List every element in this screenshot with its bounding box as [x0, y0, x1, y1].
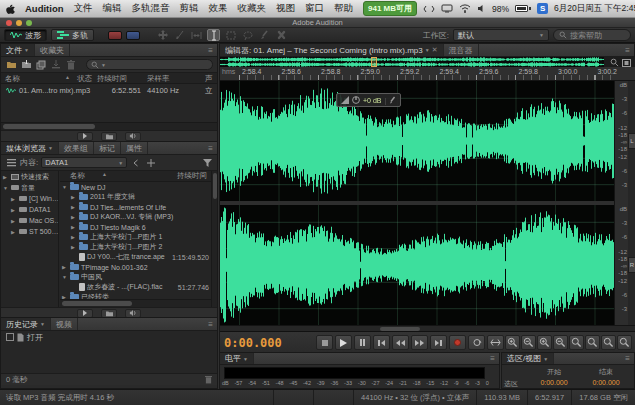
- tree-item[interactable]: ▶Mac OS…: [1, 215, 58, 226]
- stop-button[interactable]: [316, 335, 333, 350]
- marquee-selection-tool-icon[interactable]: [224, 29, 237, 41]
- open-file-icon[interactable]: [5, 59, 17, 70]
- skip-selection-button[interactable]: [487, 335, 504, 350]
- waveform-overview[interactable]: [220, 57, 604, 67]
- menu-item[interactable]: 视图: [276, 2, 295, 15]
- menu-item[interactable]: 剪辑: [180, 2, 199, 15]
- workspace-select[interactable]: 默认▼: [453, 29, 549, 41]
- paintbrush-selection-tool-icon[interactable]: [258, 29, 271, 41]
- zoom-in-amplitude-button[interactable]: [505, 335, 520, 350]
- list-item[interactable]: ▼中国风: [60, 272, 211, 282]
- panel-menu-icon[interactable]: ≡: [621, 44, 634, 56]
- tree-item[interactable]: ▶DATA1: [1, 204, 58, 215]
- view-list-icon[interactable]: [5, 157, 17, 168]
- menu-item[interactable]: 文件: [74, 2, 93, 15]
- loop-playback-button[interactable]: [468, 335, 485, 350]
- tree-item[interactable]: ▼音量: [1, 182, 58, 193]
- volume-icon[interactable]: [477, 4, 486, 13]
- menubar-app-name[interactable]: Audition: [25, 3, 64, 14]
- help-search-input[interactable]: 搜索帮助: [553, 29, 631, 41]
- list-item[interactable]: ▼New DJ: [60, 182, 211, 192]
- add-shortcut-icon[interactable]: [145, 157, 157, 168]
- expand-arrow-icon[interactable]: ▶: [71, 194, 77, 200]
- expand-arrow-icon[interactable]: ▶: [3, 174, 9, 180]
- tab-favorites[interactable]: 收藏夹: [35, 44, 70, 56]
- amplitude-ruler[interactable]: dB-3-6-12-18-∞-18-12-6-3 dB-3-6-12-18-∞-…: [614, 81, 628, 325]
- files-search-input[interactable]: ▼: [86, 59, 213, 70]
- list-item[interactable]: DJ Y00...七混 trance.ape1:15:49.520: [60, 252, 211, 262]
- zoom-to-selection-button[interactable]: [569, 335, 584, 350]
- battery-icon[interactable]: [515, 5, 531, 12]
- tab-markers[interactable]: 标记: [94, 142, 121, 154]
- tab-video[interactable]: 视频: [51, 318, 78, 330]
- tab-properties[interactable]: 属性: [121, 142, 148, 154]
- expand-arrow-icon[interactable]: ▶: [71, 214, 77, 220]
- timeline-ruler[interactable]: hms2:58.42:58.62:58.82:59.02:59.22:59.42…: [220, 67, 635, 81]
- waveform-view-button[interactable]: 波形: [4, 29, 47, 41]
- preview-play-button[interactable]: [77, 132, 93, 141]
- panel-menu-icon[interactable]: ≡: [204, 142, 217, 154]
- list-item[interactable]: ▶DJ Tiesto Magik 6: [60, 222, 211, 232]
- expand-arrow-icon[interactable]: ▶: [11, 218, 17, 224]
- tab-mixer[interactable]: 混音器: [444, 44, 479, 56]
- list-item[interactable]: ▶DJ KAOR...VJ. 专辑 (MP3): [60, 212, 211, 222]
- input-switch-icon[interactable]: [423, 5, 435, 13]
- files-column-headers[interactable]: 名称 ▲ 状态 持续时间 采样率 声道: [1, 73, 217, 84]
- history-item[interactable]: 打开: [1, 331, 217, 343]
- preview-autoplay-button[interactable]: [101, 132, 117, 141]
- preview-loop-button[interactable]: [125, 132, 141, 141]
- expand-arrow-icon[interactable]: ▶: [11, 196, 17, 202]
- time-selection-tool-icon[interactable]: [207, 29, 220, 41]
- menu-item[interactable]: 窗口: [305, 2, 324, 15]
- lasso-selection-tool-icon[interactable]: [241, 29, 254, 41]
- wifi-icon[interactable]: [459, 4, 471, 13]
- tab-files[interactable]: 文件▼: [1, 44, 35, 56]
- zoom-in-time-button[interactable]: [537, 335, 552, 350]
- tab-history[interactable]: 历史记录▼: [1, 318, 51, 330]
- expand-arrow-icon[interactable]: ▶: [11, 207, 17, 213]
- menu-item[interactable]: 多轨混音: [132, 2, 170, 15]
- media-list-headers[interactable]: 名称 ▲ 持续时间: [60, 171, 211, 182]
- move-to-next-button[interactable]: [430, 335, 447, 350]
- new-content-icon[interactable]: [35, 59, 47, 70]
- back-icon[interactable]: [130, 157, 142, 168]
- list-item[interactable]: ▶上海大学校门...P图片 1: [60, 232, 211, 242]
- menubar-clock[interactable]: 6月20日周五 下午2:45:05: [554, 3, 635, 15]
- expand-arrow-icon[interactable]: ▶: [71, 204, 77, 210]
- slip-tool-icon[interactable]: [190, 29, 203, 41]
- fast-forward-button[interactable]: [411, 335, 428, 350]
- menu-item[interactable]: 编辑: [103, 2, 122, 15]
- expand-arrow-icon[interactable]: ▼: [3, 185, 9, 191]
- close-tab-icon[interactable]: ✕: [432, 46, 438, 54]
- window-titlebar[interactable]: Adobe Audition: [0, 18, 635, 28]
- tab-levels[interactable]: 电平▼: [220, 353, 254, 364]
- spot-healing-brush-tool-icon[interactable]: [275, 29, 288, 41]
- menu-item[interactable]: 收藏夹: [238, 2, 267, 15]
- list-item[interactable]: ▶DJ Ties...lements Of Life: [60, 202, 211, 212]
- tab-media-browser[interactable]: 媒体浏览器▼: [1, 142, 59, 154]
- channel-tab-left[interactable]: L: [628, 133, 635, 149]
- record-button[interactable]: [449, 335, 466, 350]
- files-hscrollbar[interactable]: [1, 122, 217, 130]
- panel-menu-icon[interactable]: ≡: [486, 353, 499, 364]
- expand-arrow-icon[interactable]: ▶: [71, 224, 77, 230]
- tree-item[interactable]: ▶[C] Win…: [1, 193, 58, 204]
- media-hscrollbar[interactable]: [60, 299, 211, 307]
- show-spectral-display-icon[interactable]: [126, 31, 140, 40]
- rewind-button[interactable]: [392, 335, 409, 350]
- move-tool-icon[interactable]: [156, 29, 169, 41]
- menu-item[interactable]: 效果: [209, 2, 228, 15]
- panel-menu-icon[interactable]: ≡: [204, 318, 217, 330]
- list-item[interactable]: 故乡春波 - ...(FLAC).flac51:27.746: [60, 282, 211, 292]
- display-icon[interactable]: [441, 4, 453, 13]
- zoom-out-time-button[interactable]: [553, 335, 568, 350]
- waveform-display[interactable]: [220, 81, 614, 325]
- input-method-icon[interactable]: S: [537, 3, 548, 14]
- razor-tool-icon[interactable]: [173, 29, 186, 41]
- playhead-time-display[interactable]: 0:00.000: [224, 332, 282, 354]
- panel-menu-icon[interactable]: ≡: [204, 44, 217, 56]
- zoom-out-amplitude-button[interactable]: [521, 335, 536, 350]
- panel-menu-icon[interactable]: ≡: [621, 353, 634, 364]
- play-button[interactable]: [335, 335, 352, 350]
- list-item[interactable]: ▶上海大学校门...P图片 2: [60, 242, 211, 252]
